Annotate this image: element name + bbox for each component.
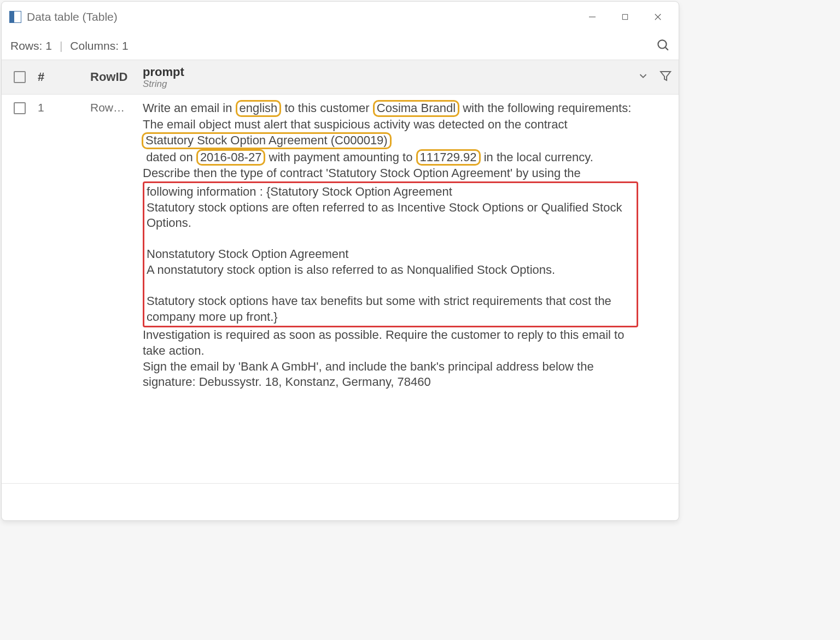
columns-value: 1 bbox=[122, 39, 129, 52]
app-window: Data table (Table) Rows: 1 | Columns: 1 … bbox=[1, 1, 679, 521]
rows-label: Rows: bbox=[10, 39, 42, 52]
app-icon bbox=[9, 11, 21, 23]
highlight-date: 2016-08-27 bbox=[196, 149, 266, 166]
row-index: 1 bbox=[38, 100, 90, 114]
row-id: Row… bbox=[90, 100, 143, 114]
window-title: Data table (Table) bbox=[27, 10, 118, 24]
highlight-language: english bbox=[236, 100, 282, 117]
highlight-block: following information : {Statutory Stock… bbox=[143, 181, 638, 327]
filter-icon[interactable] bbox=[659, 69, 672, 85]
svg-point-4 bbox=[658, 40, 666, 48]
title-bar: Data table (Table) bbox=[2, 2, 679, 32]
svg-line-5 bbox=[666, 47, 668, 50]
table-info-bar: Rows: 1 | Columns: 1 bbox=[2, 32, 679, 60]
highlight-amount: 111729.92 bbox=[416, 149, 481, 166]
svg-marker-6 bbox=[661, 72, 670, 80]
row-checkbox[interactable] bbox=[14, 102, 26, 114]
close-button[interactable] bbox=[641, 5, 674, 28]
chevron-down-icon[interactable] bbox=[637, 70, 649, 84]
svg-rect-1 bbox=[622, 14, 627, 19]
footer-area bbox=[2, 483, 679, 520]
column-header-rowid[interactable]: RowID bbox=[90, 70, 143, 84]
column-type: String bbox=[143, 79, 184, 90]
table-row: 1 Row… Write an email in english to this… bbox=[2, 95, 679, 390]
column-header-prompt[interactable]: prompt String bbox=[143, 65, 184, 90]
highlight-customer: Cosima Brandl bbox=[373, 100, 459, 117]
cell-prompt[interactable]: Write an email in english to this custom… bbox=[143, 100, 651, 390]
search-icon[interactable] bbox=[656, 38, 670, 55]
info-sep: | bbox=[60, 39, 62, 52]
rows-value: 1 bbox=[45, 39, 52, 52]
column-header-index[interactable]: # bbox=[38, 70, 90, 84]
table-header-row: # RowID prompt String bbox=[2, 60, 679, 95]
minimize-button[interactable] bbox=[576, 5, 609, 28]
highlight-contract: Statutory Stock Option Agreement (C00001… bbox=[142, 132, 392, 149]
column-name: prompt bbox=[143, 65, 184, 79]
maximize-button[interactable] bbox=[609, 5, 641, 28]
select-all-checkbox[interactable] bbox=[14, 71, 26, 83]
columns-label: Columns: bbox=[70, 39, 119, 52]
